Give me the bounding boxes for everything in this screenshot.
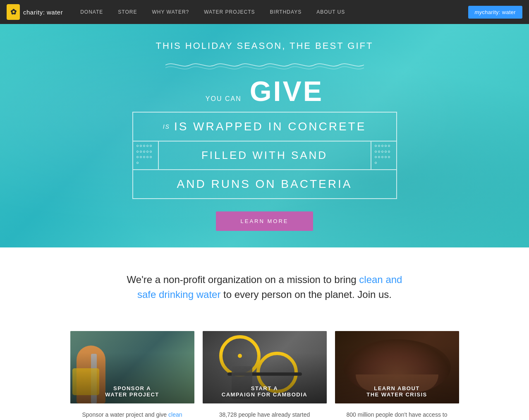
hero-box-middle-text: FILLED WITH SAND bbox=[158, 142, 371, 169]
logo-text: charity: water bbox=[23, 9, 63, 16]
hero-give-line: YOU CAN GIVE bbox=[132, 77, 397, 105]
nav-about-us[interactable]: ABOUT US bbox=[309, 0, 352, 24]
nav-birthdays[interactable]: BIRTHDAYS bbox=[263, 0, 309, 24]
card-image-learn[interactable]: LEARN ABOUTTHE WATER CRISIS bbox=[335, 331, 459, 403]
my-charity-water-button[interactable]: mycharity: water bbox=[468, 6, 522, 19]
card-label-sponsor: SPONSOR AWATER PROJECT bbox=[70, 379, 194, 403]
hero-you-can: YOU CAN bbox=[206, 95, 242, 103]
dots-right bbox=[371, 142, 396, 169]
nav-water-projects[interactable]: WATER PROJECTS bbox=[196, 0, 262, 24]
learn-more-button[interactable]: LEARN MORE bbox=[216, 211, 314, 231]
nav-why-water[interactable]: WHY WATER? bbox=[144, 0, 196, 24]
nav-donate[interactable]: DONATE bbox=[73, 0, 110, 24]
card-desc-learn: 800 million people don't have access to … bbox=[335, 403, 459, 420]
logo[interactable]: ✿ charity: water bbox=[7, 4, 63, 20]
clean-water-link[interactable]: clean and safe drinking water bbox=[137, 274, 402, 300]
mission-text: We're a non-profit organization on a mis… bbox=[120, 272, 409, 302]
hero-box-row-1: IS IS WRAPPED IN CONCRETE bbox=[133, 113, 396, 142]
hero-give-word: GIVE bbox=[250, 77, 324, 105]
clean-link-1[interactable]: clean bbox=[168, 411, 182, 418]
hero-section: THIS HOLIDAY SEASON, THE BEST GIFT YOU C… bbox=[0, 24, 529, 247]
mission-section: We're a non-profit organization on a mis… bbox=[0, 247, 529, 319]
dots-left bbox=[133, 142, 158, 169]
hero-box-row-2: FILLED WITH SAND bbox=[133, 142, 396, 170]
nav-links: DONATE STORE WHY WATER? WATER PROJECTS B… bbox=[73, 0, 468, 24]
card-image-campaign[interactable]: START ACAMPAIGN FOR CAMBODIA bbox=[203, 331, 327, 403]
hero-row3-text: AND RUNS ON BACTERIA bbox=[177, 178, 352, 191]
hero-is-label: IS bbox=[163, 123, 170, 130]
card-sponsor[interactable]: SPONSOR AWATER PROJECT Sponsor a water p… bbox=[70, 331, 194, 420]
hero-tagline-box: IS IS WRAPPED IN CONCRETE FILLED WITH SA… bbox=[132, 112, 397, 199]
cards-section: SPONSOR AWATER PROJECT Sponsor a water p… bbox=[0, 319, 529, 420]
navigation: ✿ charity: water DONATE STORE WHY WATER?… bbox=[0, 0, 529, 24]
hero-row1-text: IS WRAPPED IN CONCRETE bbox=[174, 120, 366, 133]
card-campaign[interactable]: START ACAMPAIGN FOR CAMBODIA 38,728 peop… bbox=[203, 331, 327, 420]
wave-decoration bbox=[165, 59, 364, 71]
nav-store[interactable]: STORE bbox=[110, 0, 144, 24]
hero-content: THIS HOLIDAY SEASON, THE BEST GIFT YOU C… bbox=[132, 41, 397, 231]
svg-text:✿: ✿ bbox=[10, 8, 17, 16]
card-label-campaign: START ACAMPAIGN FOR CAMBODIA bbox=[203, 379, 327, 403]
card-label-learn: LEARN ABOUTTHE WATER CRISIS bbox=[335, 379, 459, 403]
card-image-sponsor[interactable]: SPONSOR AWATER PROJECT bbox=[70, 331, 194, 403]
hero-box-row-3: AND RUNS ON BACTERIA bbox=[133, 170, 396, 198]
card-desc-campaign: 38,728 people have already started campa… bbox=[203, 403, 327, 420]
logo-icon: ✿ bbox=[7, 4, 20, 20]
hero-subtitle: THIS HOLIDAY SEASON, THE BEST GIFT bbox=[132, 41, 397, 51]
card-learn[interactable]: LEARN ABOUTTHE WATER CRISIS 800 million … bbox=[335, 331, 459, 420]
card-desc-sponsor: Sponsor a water project and give clean w… bbox=[70, 403, 194, 420]
